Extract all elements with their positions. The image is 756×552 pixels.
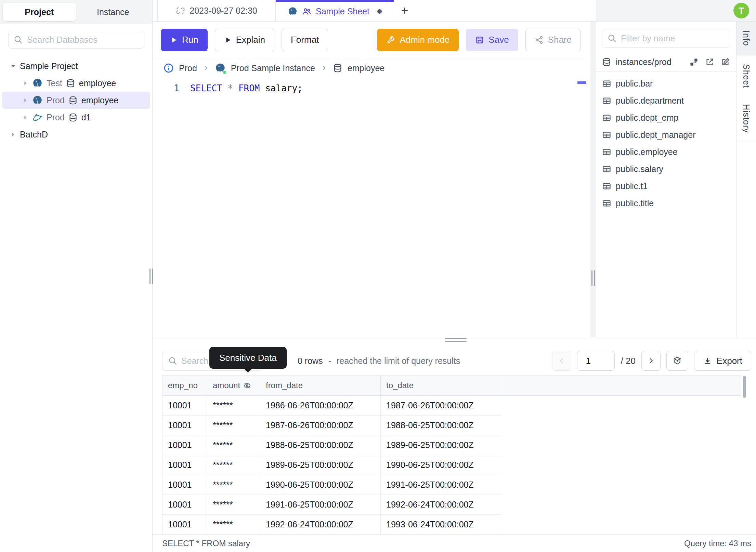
database-icon [333,63,342,73]
table-icon [602,96,611,105]
play-icon [170,36,178,44]
filter-by-name-input[interactable] [621,34,731,43]
table-icon [602,199,611,208]
edit-icon[interactable] [721,57,730,67]
user-avatar[interactable]: T [733,3,749,18]
top-right-bar: T [596,0,756,22]
column-header[interactable]: emp_no [162,376,207,395]
table-list-item[interactable]: public.title [596,195,736,212]
instance-status-dot [222,70,227,75]
right-side-tabs: Info Sheet History [736,22,756,337]
table-row[interactable]: 10001 ****** 1987-06-26T00:00:00Z 1988-0… [162,416,501,435]
explain-button[interactable]: Explain [215,29,274,51]
editor-toolbar: Run Explain Format Admin mode Save Share [153,22,590,58]
postgresql-icon [32,95,43,106]
code-editor[interactable]: 1 SELECT * FROM salary; [153,83,590,93]
tree-node-prod-employee[interactable]: Prod employee [2,92,150,109]
results-resize-handle[interactable] [445,338,467,342]
info-icon[interactable] [164,63,174,73]
tree-node-prod-d1[interactable]: Prod d1 [2,109,150,126]
table-list-item[interactable]: public.employee [596,143,736,160]
results-footer: SELECT * FROM salary Query time: 43 ms [153,534,756,552]
results-table-header: emp_no amount from_date to_date [162,375,741,396]
table-list-item[interactable]: public.salary [596,160,736,178]
sheet-tab-active[interactable]: Sample Sheet [276,0,394,21]
data-box-button[interactable] [666,351,688,371]
unlink-icon [176,6,185,15]
column-header[interactable]: from_date [260,376,381,395]
connection-source-row: instances/prod [596,53,736,71]
external-link-icon[interactable] [705,57,714,67]
column-header-filler [501,376,741,395]
tab-info[interactable]: Info [737,22,756,55]
table-icon [602,79,611,88]
table-icon [602,165,611,174]
postgresql-icon [32,78,43,89]
table-filter-box [602,29,730,48]
table-row[interactable]: 10001 ****** 1989-06-25T00:00:00Z 1990-0… [162,455,501,475]
table-row[interactable]: 10001 ****** 1988-06-25T00:00:00Z 1989-0… [162,435,501,455]
table-row[interactable]: 10001 ****** 1991-06-25T00:00:00Z 1992-0… [162,495,501,515]
page-number-input[interactable] [577,351,615,371]
column-header[interactable]: amount [207,376,260,395]
table-icon [602,130,611,140]
results-table-body: 10001 ****** 1986-06-26T00:00:00Z 1987-0… [162,396,501,535]
rows-info: 0 rows - reached the limit of query resu… [298,356,460,366]
table-row[interactable]: 10001 ****** 1992-06-24T00:00:00Z 1993-0… [162,515,501,535]
tab-sheet[interactable]: Sheet [737,55,756,97]
sql-editor-pane: Prod Prod Sample Instance employee 1 SEL… [153,58,590,337]
table-list-item[interactable]: public.bar [596,75,736,92]
export-button[interactable]: Export [694,351,751,371]
executed-statement: SELECT * FROM salary [162,539,250,548]
table-row[interactable]: 10001 ****** 1990-06-25T00:00:00Z 1991-0… [162,475,501,495]
search-databases-input[interactable] [27,35,139,45]
share-button[interactable]: Share [525,29,581,51]
eye-off-icon[interactable] [243,382,251,390]
table-icon [602,113,611,122]
people-icon [302,7,311,16]
table-row[interactable]: 10001 ****** 1986-06-26T00:00:00Z 1987-0… [162,396,501,416]
format-button[interactable]: Format [282,29,328,51]
schema-diagram-icon[interactable] [689,57,699,67]
table-list-item[interactable]: public.dept_manager [596,126,736,143]
search-icon [13,35,23,44]
table-icon [602,182,611,191]
line-number: 1 [153,83,179,93]
next-page-button[interactable] [641,351,661,371]
results-scrollbar[interactable] [743,376,746,398]
query-results-panel: 0 rows - reached the limit of query resu… [153,337,756,552]
sidebar-tab-switcher: Project Instance [0,0,152,24]
limit-message: reached the limit of query results [337,356,460,366]
breadcrumb-instance[interactable]: Prod Sample Instance [231,63,315,73]
tree-node-test-employee[interactable]: Test employee [2,75,150,92]
breadcrumb-environment[interactable]: Prod [179,63,197,73]
tab-history[interactable]: History [737,97,756,140]
database-search-box [8,31,144,49]
sheet-tab-strip: 2023-09-27 02:30 Sample Sheet [153,0,596,22]
table-list-item[interactable]: public.dept_emp [596,109,736,126]
table-list-item[interactable]: public.department [596,92,736,109]
caret-down-icon [10,63,16,69]
sidebar-resize-handle[interactable] [149,268,153,284]
tree-node-batchd[interactable]: BatchD [2,126,150,143]
mysql-icon [32,112,43,123]
panel-divider[interactable] [590,22,596,337]
save-button[interactable]: Save [466,29,518,51]
admin-mode-button[interactable]: Admin mode [377,29,459,51]
column-header[interactable]: to_date [381,376,501,395]
environment-label: Prod [47,113,65,122]
sheet-tab-history[interactable]: 2023-09-27 02:30 [157,0,276,21]
prev-page-button[interactable] [552,351,571,371]
table-list-item[interactable]: public.t1 [596,178,736,195]
play-icon [224,36,232,44]
tab-project[interactable]: Project [3,3,76,21]
tree-node-project[interactable]: Sample Project [2,57,150,75]
database-tree: Sample Project Test employee Prod employ… [0,57,152,143]
run-button[interactable]: Run [161,29,208,51]
breadcrumb-database[interactable]: employee [348,63,384,73]
tab-instance[interactable]: Instance [77,3,150,21]
sheet-tab-title: 2023-09-27 02:30 [190,6,257,16]
unsaved-dot [377,9,382,14]
plus-icon [400,5,410,16]
new-tab-button[interactable] [394,0,415,21]
